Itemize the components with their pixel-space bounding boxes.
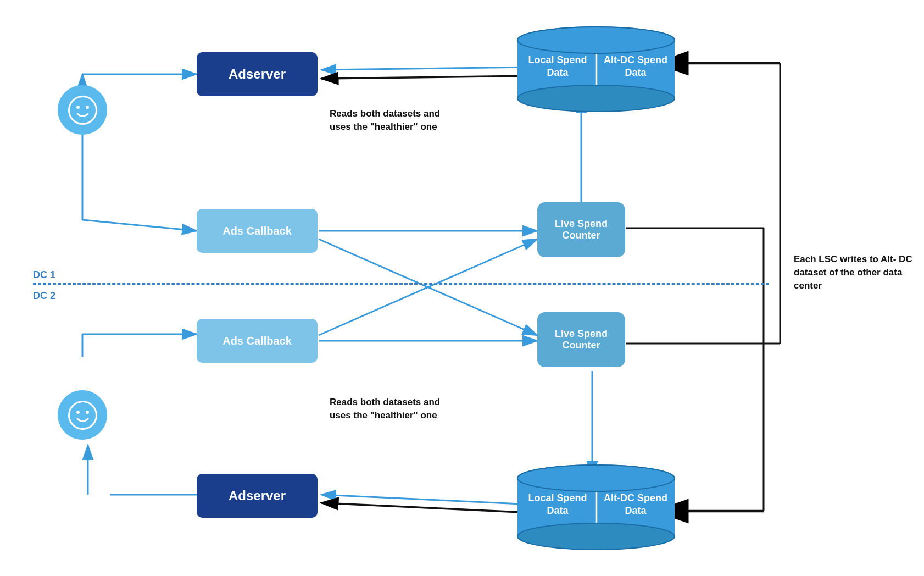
user-dc2 [58, 390, 107, 440]
lsc2-label: Live Spend Counter [555, 328, 608, 351]
arrows-overlay [0, 0, 924, 576]
note-lsc: Each LSC writes to Alt- DC dataset of th… [794, 253, 920, 292]
svg-line-8 [321, 76, 533, 79]
diagram: Adserver Local Spend Data Alt-DC Spend D… [0, 0, 924, 576]
smiley-icon-dc1 [68, 95, 98, 125]
callback2: Ads Callback [197, 319, 318, 363]
callback1: Ads Callback [197, 209, 318, 253]
callback1-label: Ads Callback [222, 225, 292, 237]
svg-point-39 [86, 411, 89, 414]
svg-line-7 [321, 67, 533, 70]
svg-line-17 [321, 495, 533, 505]
svg-line-18 [321, 503, 533, 513]
alt-dc-spend-data-1: Alt-DC Spend Data [600, 36, 671, 97]
dc1-label: DC 1 [33, 269, 55, 281]
svg-point-38 [76, 411, 80, 414]
db2-container: Local Spend Data Alt-DC Spend Data [516, 464, 676, 552]
user-dc1 [58, 85, 107, 135]
svg-line-13 [319, 239, 537, 335]
svg-point-31 [86, 106, 89, 109]
dc2-label: DC 2 [33, 290, 55, 302]
smiley-icon-dc2 [68, 400, 98, 430]
lsc1: Live Spend Counter [537, 202, 625, 257]
svg-point-30 [76, 106, 80, 109]
alt-dc-spend-data-2: Alt-DC Spend Data [600, 474, 671, 535]
lsc1-label: Live Spend Counter [555, 218, 608, 241]
adserver2-label: Adserver [229, 488, 286, 503]
lsc2: Live Spend Counter [537, 312, 625, 367]
svg-point-37 [69, 401, 96, 429]
db1-container: Local Spend Data Alt-DC Spend Data [516, 26, 676, 114]
note2: Reads both datasets and uses the "health… [330, 396, 450, 422]
note1: Reads both datasets and uses the "health… [330, 107, 450, 134]
local-spend-data-1: Local Spend Data [522, 36, 593, 97]
dc-separator [33, 283, 769, 285]
callback2-label: Ads Callback [222, 335, 292, 347]
svg-line-12 [319, 239, 537, 335]
adserver1-label: Adserver [229, 67, 286, 82]
adserver1: Adserver [197, 52, 318, 96]
svg-point-29 [69, 96, 96, 124]
local-spend-data-2: Local Spend Data [522, 474, 593, 535]
svg-line-10 [82, 220, 197, 231]
adserver2: Adserver [197, 474, 318, 518]
